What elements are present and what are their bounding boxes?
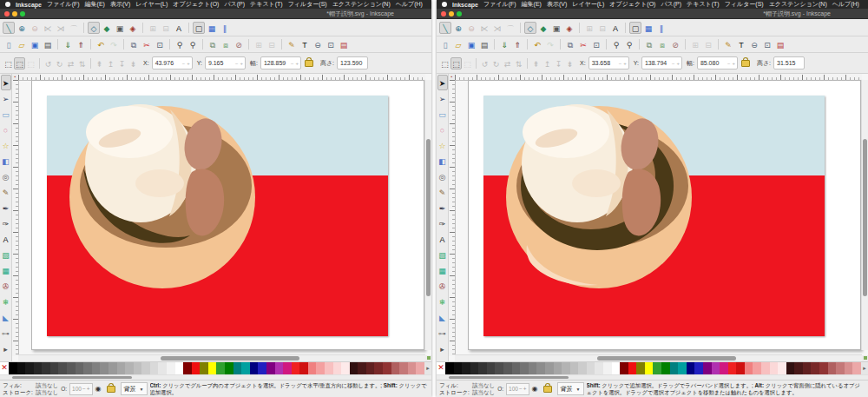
palette-swatch[interactable] xyxy=(487,362,496,374)
select-all-icon[interactable]: ⬚ xyxy=(3,57,14,69)
menu-item[interactable]: 編集(E) xyxy=(522,0,542,9)
toolbox-overflow-icon[interactable]: ▸ xyxy=(1,341,11,356)
palette-swatch[interactable] xyxy=(536,362,545,374)
node-smooth-icon[interactable]: ◆ xyxy=(537,22,549,34)
open-document-icon[interactable]: ▱ xyxy=(452,38,464,50)
raise-to-top-icon[interactable]: ⇞ xyxy=(94,57,105,69)
palette-swatch[interactable] xyxy=(529,362,537,374)
eyedropper-tool-icon[interactable]: ✇ xyxy=(437,278,448,294)
selection-touch-icon[interactable]: ⬚ xyxy=(14,57,25,69)
snap-grid-toggle-icon[interactable]: ▦ xyxy=(206,22,218,34)
palette-swatch[interactable] xyxy=(258,362,266,374)
rectangle-tool-icon[interactable]: ▭ xyxy=(1,106,11,122)
palette-swatch[interactable] xyxy=(416,362,424,374)
apple-menu-icon[interactable] xyxy=(442,2,447,7)
palette-swatch[interactable] xyxy=(836,362,845,374)
spray-tool-icon[interactable]: ❄ xyxy=(1,294,11,309)
palette-swatch[interactable] xyxy=(408,362,417,374)
document-page[interactable] xyxy=(31,80,424,350)
palette-swatch-none[interactable] xyxy=(0,362,9,374)
menu-item[interactable]: テキスト(T) xyxy=(687,0,720,9)
lower-icon[interactable]: ↧ xyxy=(116,57,128,69)
palette-swatch[interactable] xyxy=(470,362,479,374)
nodes-break-icon[interactable]: ⋊ xyxy=(491,22,503,34)
zoom-page-icon[interactable]: ⚲ xyxy=(623,38,635,50)
palette-swatch[interactable] xyxy=(308,362,317,374)
text-style-icon[interactable]: A xyxy=(609,22,621,34)
text-style-icon[interactable]: A xyxy=(173,22,185,34)
group-icon[interactable]: ⊞ xyxy=(689,38,701,50)
palette-swatch[interactable] xyxy=(192,362,201,374)
palette-swatch[interactable] xyxy=(25,362,34,374)
nodes-join-icon[interactable]: ⋉ xyxy=(42,22,54,34)
palette-swatch[interactable] xyxy=(770,362,779,374)
new-document-icon[interactable]: ▯ xyxy=(3,38,15,50)
palette-swatch[interactable] xyxy=(636,362,645,374)
palette-swatch[interactable] xyxy=(554,362,562,374)
palette-swatch[interactable] xyxy=(753,362,761,374)
show-clip-toggle-icon[interactable]: ▢ xyxy=(629,22,641,34)
palette-swatch[interactable] xyxy=(391,362,400,374)
clone-icon[interactable]: ⧈ xyxy=(656,38,668,50)
layer-lock-icon[interactable] xyxy=(107,386,115,393)
menu-item[interactable]: ファイル(F) xyxy=(47,0,80,9)
selection-touch-icon[interactable]: ⬚ xyxy=(450,57,462,69)
node-segment-icon[interactable]: ╲ xyxy=(439,22,451,34)
layer-visibility-icon[interactable]: ◉ xyxy=(532,384,538,394)
print-icon[interactable]: ▤ xyxy=(42,38,54,50)
palette-swatch[interactable] xyxy=(845,362,853,374)
menu-item[interactable]: 編集(E) xyxy=(85,0,105,9)
object-to-path-icon[interactable]: ⊞ xyxy=(147,22,159,34)
menu-item[interactable]: オブジェクト(O) xyxy=(173,0,219,9)
export-icon[interactable]: ⇑ xyxy=(75,38,87,50)
node-segment-icon[interactable]: ╲ xyxy=(3,22,15,34)
hat-drawing[interactable] xyxy=(47,96,388,336)
select-all-icon[interactable]: ⬚ xyxy=(439,57,450,69)
guide-lock-icon[interactable]: ▪ xyxy=(12,74,18,80)
mesh-tool-icon[interactable]: ▦ xyxy=(437,262,448,278)
menu-item[interactable]: ヘルプ(H) xyxy=(832,0,859,9)
palette-swatch[interactable] xyxy=(50,362,59,374)
menu-item[interactable]: エクステンション(N) xyxy=(769,0,827,9)
width-field[interactable]: 128.859−+ xyxy=(260,56,301,69)
node-insert-icon[interactable]: ⊕ xyxy=(16,22,28,34)
node-insert-icon[interactable]: ⊕ xyxy=(452,22,464,34)
palette-swatch[interactable] xyxy=(134,362,142,374)
palette-swatch[interactable] xyxy=(736,362,745,374)
palette-swatch[interactable] xyxy=(628,362,637,374)
palette-swatch[interactable] xyxy=(819,362,828,374)
spiral-tool-icon[interactable]: ◎ xyxy=(437,169,448,184)
palette-swatch[interactable] xyxy=(383,362,391,374)
width-increment-button[interactable]: + xyxy=(294,61,299,66)
node-symmetric-icon[interactable]: ▣ xyxy=(114,22,126,34)
menu-item[interactable]: 表示(V) xyxy=(110,0,130,9)
menu-item[interactable]: フィルター(S) xyxy=(725,0,764,9)
import-icon[interactable]: ⇓ xyxy=(498,38,510,50)
bucket-tool-icon[interactable]: ◣ xyxy=(1,309,11,325)
lower-to-bottom-icon[interactable]: ⇟ xyxy=(128,57,139,69)
raise-to-top-icon[interactable]: ⇞ xyxy=(530,57,542,69)
close-window-button[interactable] xyxy=(4,11,10,17)
gradient-tool-icon[interactable]: ▧ xyxy=(437,247,448,262)
palette-swatch[interactable] xyxy=(570,362,579,374)
toolbox-overflow-icon[interactable]: ▸ xyxy=(437,341,448,356)
app-menu-inkscape[interactable]: Inkscape xyxy=(16,2,42,8)
node-tool-icon[interactable]: ➢ xyxy=(1,90,11,106)
calligraphy-tool-icon[interactable]: ✑ xyxy=(437,215,448,231)
crown-patch-shape[interactable] xyxy=(572,169,621,197)
selector-tool-icon[interactable]: ➤ xyxy=(1,75,11,90)
palette-overflow-arrow[interactable]: ▸ xyxy=(861,362,868,374)
y-increment-button[interactable]: + xyxy=(675,61,681,66)
palette-swatch[interactable] xyxy=(495,362,503,374)
hat-drawing[interactable] xyxy=(483,96,825,336)
zoom-drawing-icon[interactable]: ⚲ xyxy=(610,38,622,50)
minimize-window-button[interactable] xyxy=(12,11,17,17)
rotate-ccw-icon[interactable]: ↺ xyxy=(479,57,490,69)
calligraphy-tool-icon[interactable]: ✑ xyxy=(1,215,11,231)
opacity-decrement-button[interactable]: − xyxy=(519,386,523,392)
rotate-cw-icon[interactable]: ↻ xyxy=(490,57,502,69)
node-symmetric-icon[interactable]: ▣ xyxy=(550,22,562,34)
palette-swatch[interactable] xyxy=(612,362,621,374)
cut-icon[interactable]: ✂ xyxy=(577,38,589,50)
crown-patch-shape[interactable] xyxy=(135,169,184,197)
